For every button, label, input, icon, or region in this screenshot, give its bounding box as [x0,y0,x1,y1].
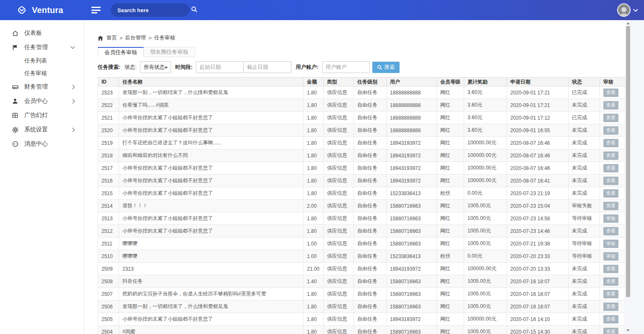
cell-id: 2509 [98,263,119,275]
view-button[interactable]: 查看 [603,164,618,172]
end-date-input[interactable] [243,61,291,73]
cell-id: 2521 [98,112,119,124]
cell-apply-date: 2020-08-07 16:41 [507,175,569,187]
cell-user: 18943193972 [387,263,437,275]
view-button[interactable]: 查看 [603,189,618,198]
sidebar-item-system-settings[interactable]: 系统设置 [0,123,83,137]
scroll-down-arrow-icon[interactable] [626,327,631,333]
view-button[interactable]: 查看 [603,126,618,135]
review-button[interactable]: 审核 [603,240,618,248]
search-icon [377,65,382,70]
cell-task-name: 小帅哥你捏的太紧了小姐姐都不好意思了 [119,112,304,124]
view-button[interactable]: 查看 [603,89,618,97]
sidebar-item-finance[interactable]: 财务管理 [0,80,83,94]
breadcrumb-separator: > [119,35,122,41]
view-button[interactable]: 查看 [603,328,618,334]
cell-action: 查看 [600,326,625,334]
cell-amount: 1.80 [304,313,324,326]
cell-type: 供应信息 [324,187,354,200]
cell-member-grade: 网红 [437,237,464,250]
sidebar-item-label: 消息中心 [24,140,75,148]
view-button[interactable]: 查看 [603,139,618,147]
view-button[interactable]: 查看 [603,303,618,311]
sidebar-item-task-review[interactable]: 任务审核 [0,67,83,80]
search-icon[interactable] [191,6,197,14]
column-header: 用户 [387,78,437,86]
column-header: 任务名称 [119,78,304,86]
sidebar-item-dashboard[interactable]: 仪表板 [0,26,83,40]
cell-amount: 1.80 [304,124,324,137]
cell-status: 已完成 [569,112,600,124]
view-button[interactable]: 查看 [603,202,618,210]
scrollbar-thumb[interactable] [626,26,630,297]
cell-task-name: 小帅哥你捏的太紧了小姐姐都不好意思了 [119,187,304,200]
review-button[interactable]: 审核 [603,214,618,223]
cell-user: 15880716663 [387,237,437,250]
tab-moments-task-review[interactable]: 朋友圈任务审核 [144,47,195,57]
sidebar-item-task-list[interactable]: 任务列表 [0,55,83,67]
cell-task-name: 嘤嘤嘤 [119,237,304,250]
cell-task-level: 自由任务 [354,200,387,212]
breadcrumb-item[interactable]: 首页 [106,34,117,42]
tab-member-task-review[interactable]: 会员任务审核 [98,47,144,57]
cell-status: 未完成 [569,263,600,275]
cell-user: 18888888888 [387,112,437,124]
view-button[interactable]: 查看 [603,290,618,298]
sidebar-item-task-management[interactable]: 任务管理 [0,40,83,55]
search-button[interactable]: 搜索 [372,62,400,73]
view-button[interactable]: 查看 [603,101,618,110]
cell-action: 查看 [600,200,625,212]
main-panel: 首页>后台管理>任务审核 会员任务审核朋友圈任务审核 任务搜索: 状态: 所有状… [84,20,626,334]
cell-id: 2505 [98,313,119,326]
sidebar-item-message-center[interactable]: 消息中心 [0,137,83,151]
cell-type: 供应信息 [324,237,354,250]
cell-task-name: 发现那一刻，一切都结束了，什么情和爱都见鬼 [119,86,304,99]
view-button[interactable]: 查看 [603,227,618,235]
cell-task-level: 自由任务 [354,313,387,326]
sidebar-toggle-icon[interactable] [91,7,101,13]
view-button[interactable]: 查看 [603,277,618,286]
cell-member-grade: 粉丝 [437,187,464,200]
user-menu[interactable] [617,3,638,17]
breadcrumb-item[interactable]: 任务审核 [154,34,175,42]
cell-amount: 1.80 [304,175,324,187]
cell-type: 供应信息 [324,250,354,263]
cell-action: 查看 [600,149,625,162]
cell-total-reward: 100000.00元 [464,175,507,187]
navbar-search-input[interactable] [117,7,191,13]
view-button[interactable]: 查看 [603,114,618,122]
cell-apply-date: 2020-09-01 17:21 [507,86,569,99]
brand[interactable]: Ventura [16,4,84,16]
review-button[interactable]: 审核 [603,252,618,261]
sidebar-item-member-center[interactable]: 会员中心 [0,94,83,108]
account-label: 用户账户: [296,64,318,71]
cell-status: 未完成 [569,225,600,237]
cell-user: 15880716663 [387,212,437,225]
view-button[interactable]: 查看 [603,177,618,185]
cell-member-grade: 网红 [437,225,464,237]
view-button[interactable]: 查看 [603,315,618,324]
cell-status: 未完成 [569,99,600,112]
account-input[interactable] [322,61,370,73]
cell-user: 18943193972 [387,162,437,175]
view-button[interactable]: 查看 [603,151,618,160]
start-date-input[interactable] [196,61,244,73]
avatar [617,3,631,17]
chevron-right-icon [72,128,75,132]
breadcrumb-item[interactable]: 后台管理 [125,34,146,42]
table-row: 2506发现那一刻，一切都结束了，什么情和爱都见鬼1.80供应信息自由任务158… [98,300,625,313]
cell-apply-date: 2020-07-16 18:07 [507,275,569,288]
cell-status: 审核失败 [569,200,600,212]
status-select[interactable]: 所有状态 [140,61,171,73]
view-button[interactable]: 查看 [603,265,618,273]
cell-action: 审核 [600,250,625,263]
scroll-up-arrow-icon[interactable] [626,20,631,26]
cell-id: 2504 [98,326,119,334]
chevron-down-icon [70,46,75,49]
cell-action: 查看 [600,137,625,149]
cell-task-level: 自由任务 [354,149,387,162]
sidebar-item-ad-slides[interactable]: 广告幻灯 [0,108,83,123]
cell-id: 2519 [98,137,119,149]
chevron-right-icon [72,99,75,104]
cell-id: 2510 [98,250,119,263]
